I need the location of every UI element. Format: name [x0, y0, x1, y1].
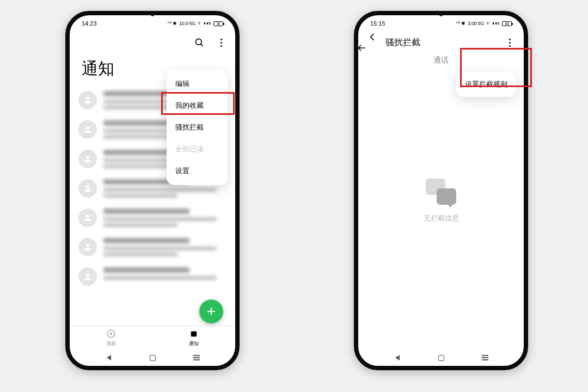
status-bar: 14:23 ᴴᴰ ✱ 10.0 5G ᯤ ▮▮▯ 36: [70, 15, 235, 32]
menu-item-block[interactable]: 骚扰拦截: [167, 117, 228, 138]
nav-home-icon[interactable]: [436, 353, 446, 363]
tab-label: 消息: [106, 340, 116, 347]
compose-fab[interactable]: [199, 299, 223, 323]
menu-item-settings[interactable]: 设置: [167, 160, 228, 182]
svg-line-1: [201, 44, 203, 46]
nav-back-icon[interactable]: [104, 353, 114, 363]
search-icon[interactable]: [194, 37, 205, 48]
menu-item-favorites[interactable]: 我的收藏: [167, 95, 228, 117]
status-indicators: ᴴᴰ ✱ 3.00 5G ᯤ ▮▮▯ 68: [456, 21, 512, 26]
empty-icon: [426, 179, 456, 205]
top-bar: [70, 32, 235, 53]
nav-back-icon[interactable]: [393, 353, 402, 363]
avatar-icon: [78, 120, 97, 139]
tab-notifications[interactable]: 通知: [152, 326, 235, 350]
avatar-icon: [78, 209, 97, 227]
menu-item-edit[interactable]: 编辑: [167, 73, 228, 95]
list-item[interactable]: [78, 203, 226, 232]
top-bar: 骚扰拦截: [358, 32, 524, 53]
tab-calls[interactable]: 通话: [433, 56, 449, 65]
bottom-nav: 消息 通知: [70, 326, 235, 350]
rules-popup[interactable]: 设置拦截规则: [456, 72, 516, 97]
avatar-icon: [78, 91, 97, 109]
filter-tabs: 通话: [358, 53, 524, 65]
svg-point-0: [195, 39, 201, 45]
popup-label: 设置拦截规则: [465, 80, 507, 88]
empty-text: 无拦截信息: [424, 213, 459, 223]
svg-rect-3: [191, 331, 197, 336]
more-icon[interactable]: [216, 39, 226, 47]
more-icon[interactable]: [504, 39, 515, 47]
menu-item-mark-read: 全部已读: [167, 138, 228, 160]
phone-right: 15:15 ᴴᴰ ✱ 3.00 5G ᯤ ▮▮▯ 68 骚扰拦截 通话 设置拦截…: [354, 11, 528, 370]
list-item[interactable]: [78, 262, 226, 291]
status-bar: 15:15 ᴴᴰ ✱ 3.00 5G ᯤ ▮▮▯ 68: [358, 15, 524, 32]
overflow-menu: 编辑 我的收藏 骚扰拦截 全部已读 设置: [167, 70, 228, 185]
avatar-icon: [78, 150, 97, 168]
nav-recent-icon[interactable]: [480, 353, 490, 363]
system-nav: [358, 350, 524, 366]
back-icon[interactable]: [367, 32, 378, 53]
empty-state: 无拦截信息: [358, 179, 524, 223]
status-indicators: ᴴᴰ ✱ 10.0 5G ᯤ ▮▮▯ 36: [168, 21, 223, 26]
nav-recent-icon[interactable]: [192, 353, 201, 363]
tab-messages[interactable]: 消息: [70, 326, 152, 350]
system-nav: [70, 350, 235, 366]
status-time: 15:15: [370, 20, 385, 27]
battery-icon: 36: [213, 21, 223, 26]
avatar-icon: [78, 267, 97, 286]
tab-label: 通知: [189, 340, 199, 347]
battery-icon: 68: [502, 21, 512, 26]
header-title: 骚扰拦截: [385, 37, 420, 48]
avatar-icon: [78, 238, 97, 256]
avatar-icon: [78, 179, 97, 198]
phone-left: 14:23 ᴴᴰ ✱ 10.0 5G ᯤ ▮▮▯ 36 通知 编辑 我的收藏 骚…: [65, 11, 240, 370]
status-time: 14:23: [82, 20, 97, 27]
list-item[interactable]: [78, 232, 226, 262]
nav-home-icon[interactable]: [148, 353, 157, 363]
